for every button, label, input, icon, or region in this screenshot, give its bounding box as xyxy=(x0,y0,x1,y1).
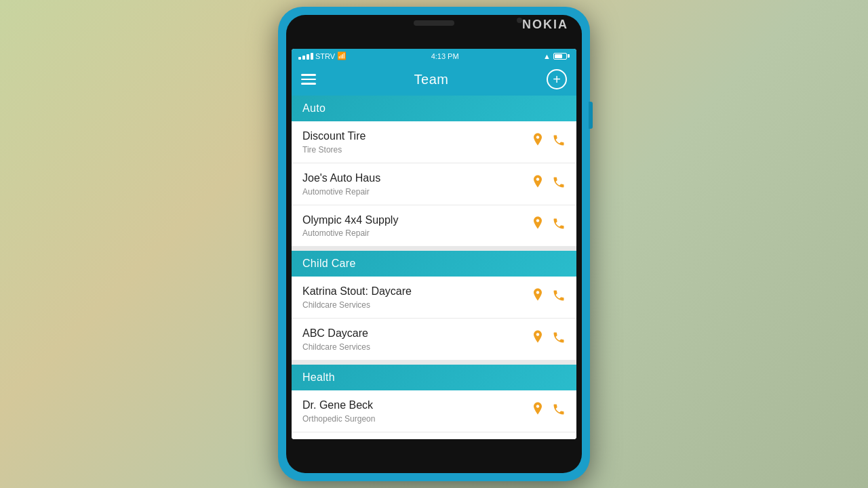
phone-icon-joes-auto[interactable] xyxy=(552,176,566,192)
screen: STRV 📶 4:13 PM ▲ xyxy=(292,49,576,439)
signal-dot-3 xyxy=(307,54,309,60)
list-item-joes-auto[interactable]: Joe's Auto Haus Automotive Repair xyxy=(292,163,576,205)
section-header-auto: Auto xyxy=(292,96,576,121)
battery-tip xyxy=(568,54,570,58)
item-actions-katrina-stout xyxy=(532,288,566,306)
signal-dot-4 xyxy=(311,53,313,60)
location-icon-discount-tire[interactable] xyxy=(532,133,544,151)
hamburger-menu[interactable] xyxy=(301,74,316,85)
side-button[interactable] xyxy=(589,102,593,129)
item-text-discount-tire: Discount Tire Tire Stores xyxy=(302,129,532,155)
wifi-icon: 📶 xyxy=(337,52,347,60)
item-sub-joes-auto: Automotive Repair xyxy=(302,187,532,197)
phone-icon-olympic-4x4[interactable] xyxy=(552,217,566,234)
phone-device: NOKIA STRV 📶 4:13 PM ▲ xyxy=(278,7,590,481)
nokia-brand-label: NOKIA xyxy=(522,18,568,32)
status-time: 4:13 PM xyxy=(431,52,459,60)
item-name-olympic-4x4: Olympic 4x4 Supply xyxy=(302,214,532,228)
app-title: Team xyxy=(414,72,449,87)
item-sub-dr-gene-beck: Orthopedic Surgeon xyxy=(302,414,532,424)
item-text-abc-daycare: ABC Daycare Childcare Services xyxy=(302,327,532,352)
list-item-olympic-4x4[interactable]: Olympic 4x4 Supply Automotive Repair xyxy=(292,205,576,247)
battery-indicator xyxy=(553,53,570,60)
hamburger-line-3 xyxy=(301,83,316,85)
item-name-joes-auto: Joe's Auto Haus xyxy=(302,171,532,186)
item-name-abc-daycare: ABC Daycare xyxy=(302,327,532,341)
hamburger-line-1 xyxy=(301,74,316,76)
phone-icon-katrina-stout[interactable] xyxy=(552,289,566,306)
status-bar: STRV 📶 4:13 PM ▲ xyxy=(292,49,576,63)
item-actions-abc-daycare xyxy=(532,330,566,348)
item-name-katrina-stout: Katrina Stout: Daycare xyxy=(302,285,532,299)
item-name-dr-gene-beck: Dr. Gene Beck xyxy=(302,399,532,413)
item-actions-olympic-4x4 xyxy=(532,216,566,235)
item-name-discount-tire: Discount Tire xyxy=(302,129,532,144)
signal-dot-1 xyxy=(298,57,301,60)
camera-dot xyxy=(517,18,522,23)
phone-icon-abc-daycare[interactable] xyxy=(552,331,566,348)
item-sub-olympic-4x4: Automotive Repair xyxy=(302,228,532,238)
signal-dots xyxy=(298,53,313,60)
carrier-label: STRV xyxy=(315,52,335,60)
hamburger-line-2 xyxy=(301,79,316,81)
phone-icon-dr-gene-beck[interactable] xyxy=(552,403,566,420)
battery-body xyxy=(553,53,567,60)
item-text-joes-auto: Joe's Auto Haus Automotive Repair xyxy=(302,171,532,197)
item-text-katrina-stout: Katrina Stout: Daycare Childcare Service… xyxy=(302,285,532,310)
status-right: ▲ xyxy=(543,52,570,60)
app-bar: Team + xyxy=(292,63,576,96)
item-actions-joes-auto xyxy=(532,175,566,193)
item-actions-dr-gene-beck xyxy=(532,402,566,420)
item-text-dr-gene-beck: Dr. Gene Beck Orthopedic Surgeon xyxy=(302,399,532,424)
signal-strength-icon: ▲ xyxy=(543,52,551,60)
item-sub-abc-daycare: Childcare Services xyxy=(302,342,532,352)
list-item-discount-tire[interactable]: Discount Tire Tire Stores xyxy=(292,121,576,163)
location-icon-abc-daycare[interactable] xyxy=(532,330,544,348)
phone-screen-area: STRV 📶 4:13 PM ▲ xyxy=(286,15,582,473)
signal-dot-2 xyxy=(302,56,305,60)
phone-icon-discount-tire[interactable] xyxy=(552,134,566,150)
battery-fill xyxy=(555,54,562,58)
location-icon-katrina-stout[interactable] xyxy=(532,288,544,306)
add-button[interactable]: + xyxy=(547,69,567,89)
item-text-olympic-4x4: Olympic 4x4 Supply Automotive Repair xyxy=(302,214,532,239)
item-sub-discount-tire: Tire Stores xyxy=(302,145,532,155)
list-item-katrina-stout[interactable]: Katrina Stout: Daycare Childcare Service… xyxy=(292,277,576,319)
location-icon-olympic-4x4[interactable] xyxy=(532,216,544,235)
status-left: STRV 📶 xyxy=(298,52,347,60)
list-item-abc-daycare[interactable]: ABC Daycare Childcare Services xyxy=(292,319,576,361)
speaker-grill xyxy=(414,20,454,26)
section-header-health: Health xyxy=(292,365,576,390)
item-sub-katrina-stout: Childcare Services xyxy=(302,300,532,310)
location-icon-joes-auto[interactable] xyxy=(532,175,544,193)
location-icon-dr-gene-beck[interactable] xyxy=(532,402,544,420)
list-item-dr-gene-beck[interactable]: Dr. Gene Beck Orthopedic Surgeon xyxy=(292,390,576,432)
list-content: Auto Discount Tire Tire Stores xyxy=(292,96,576,439)
item-actions-discount-tire xyxy=(532,133,566,151)
section-header-child-care: Child Care xyxy=(292,251,576,277)
